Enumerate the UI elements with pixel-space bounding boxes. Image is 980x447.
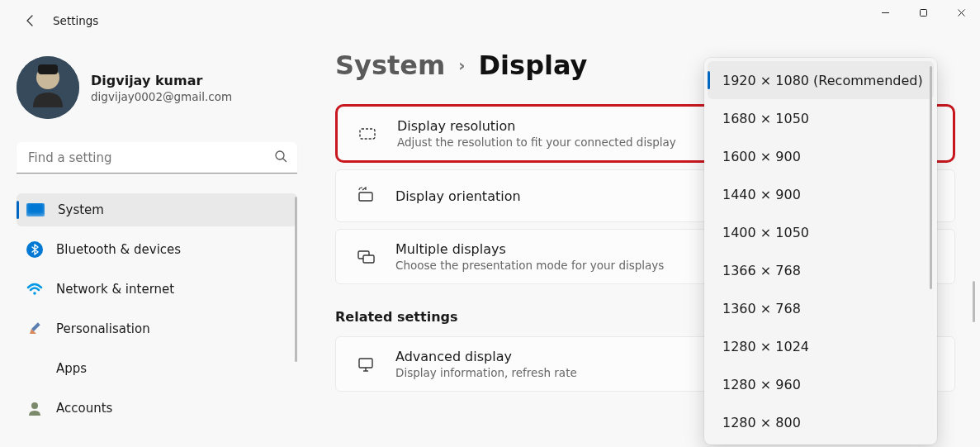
sidebar: Digvijay kumar digvijay0002@gmail.com Sy…: [0, 50, 297, 447]
resolution-dropdown[interactable]: 1920 × 1080 (Recommended) 1680 × 1050 16…: [704, 58, 937, 445]
minimize-button[interactable]: [866, 0, 904, 25]
apps-icon: [26, 360, 43, 377]
sidebar-item-bluetooth[interactable]: Bluetooth & devices: [17, 233, 297, 266]
close-button[interactable]: [942, 0, 980, 25]
breadcrumb-parent[interactable]: System: [335, 50, 445, 81]
sidebar-item-label: Network & internet: [56, 282, 174, 297]
resolution-icon: [357, 124, 377, 144]
profile-info: Digvijay kumar digvijay0002@gmail.com: [91, 73, 232, 103]
sidebar-item-label: System: [58, 202, 104, 217]
back-button[interactable]: [12, 2, 50, 40]
person-icon: [26, 400, 43, 416]
setting-title: Multiple displays: [395, 241, 664, 257]
resolution-option[interactable]: 1280 × 960: [708, 365, 934, 403]
content-scrollbar[interactable]: [973, 281, 975, 322]
svg-rect-15: [363, 255, 374, 263]
resolution-option[interactable]: 1280 × 1024: [708, 327, 934, 365]
resolution-option[interactable]: 1400 × 1050: [708, 213, 934, 251]
monitor-icon: [356, 354, 376, 374]
resolution-option[interactable]: 1366 × 768: [708, 251, 934, 289]
breadcrumb-current: Display: [479, 50, 588, 81]
window-controls: [866, 0, 980, 25]
setting-title: Display orientation: [395, 188, 521, 204]
svg-rect-12: [360, 129, 375, 139]
resolution-option[interactable]: 1440 × 900: [708, 175, 934, 213]
user-name: Digvijay kumar: [91, 73, 232, 88]
multiple-displays-icon: [356, 247, 376, 267]
svg-rect-10: [31, 322, 40, 331]
sidebar-nav: System Bluetooth & devices Network & int…: [17, 193, 297, 426]
sidebar-item-personalisation[interactable]: Personalisation: [17, 312, 297, 345]
svg-rect-6: [38, 64, 58, 74]
paintbrush-icon: [26, 321, 43, 337]
sidebar-item-accounts[interactable]: Accounts: [17, 392, 297, 425]
wifi-icon: [26, 281, 43, 297]
svg-line-8: [283, 159, 286, 162]
sidebar-item-label: Apps: [56, 361, 87, 376]
setting-title: Display resolution: [397, 118, 676, 134]
resolution-option[interactable]: 1920 × 1080 (Recommended): [708, 61, 934, 99]
search-input[interactable]: [17, 142, 297, 174]
avatar: [17, 56, 79, 119]
svg-point-11: [31, 402, 38, 409]
setting-title: Advanced display: [395, 349, 577, 364]
user-email: digvijay0002@gmail.com: [91, 90, 232, 103]
resolution-option[interactable]: 1680 × 1050: [708, 99, 934, 137]
sidebar-item-system[interactable]: System: [17, 193, 297, 226]
sidebar-scrollbar[interactable]: [295, 197, 297, 362]
app-title: Settings: [53, 14, 98, 27]
svg-rect-16: [359, 359, 372, 368]
resolution-option[interactable]: 1600 × 900: [708, 137, 934, 175]
setting-subtitle: Adjust the resolution to fit your connec…: [397, 136, 676, 149]
svg-point-9: [33, 292, 36, 295]
setting-subtitle: Display information, refresh rate: [395, 366, 577, 379]
sidebar-item-label: Accounts: [56, 401, 112, 416]
system-icon: [26, 203, 45, 216]
svg-rect-1: [920, 9, 926, 16]
sidebar-item-label: Personalisation: [56, 321, 150, 336]
sidebar-item-label: Bluetooth & devices: [56, 242, 181, 257]
sidebar-item-network[interactable]: Network & internet: [17, 273, 297, 306]
title-bar: Settings: [0, 0, 980, 41]
svg-point-7: [276, 151, 284, 159]
chevron-right-icon: ›: [458, 55, 465, 75]
maximize-button[interactable]: [904, 0, 942, 25]
setting-subtitle: Choose the presentation mode for your di…: [395, 259, 664, 272]
sidebar-item-apps[interactable]: Apps: [17, 352, 297, 385]
resolution-option[interactable]: 1360 × 768: [708, 289, 934, 327]
search-wrapper: [17, 142, 297, 174]
svg-rect-13: [359, 193, 372, 201]
orientation-icon: [356, 186, 376, 206]
user-profile[interactable]: Digvijay kumar digvijay0002@gmail.com: [17, 56, 297, 119]
resolution-option[interactable]: 1280 × 800: [708, 403, 934, 441]
search-icon: [274, 150, 287, 166]
bluetooth-icon: [26, 241, 43, 258]
dropdown-scrollbar[interactable]: [930, 66, 932, 289]
